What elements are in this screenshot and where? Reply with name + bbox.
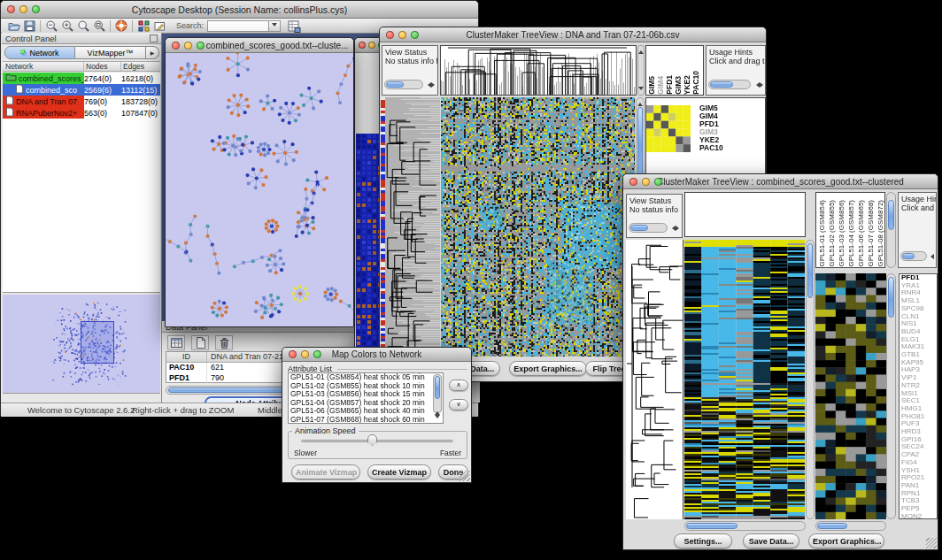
gene-label[interactable]: YRA1 [901, 282, 937, 290]
gene-label[interactable]: FIG4 [901, 459, 937, 467]
gene-label[interactable]: SPC98 [901, 305, 937, 313]
tv2-gene-dendrogram[interactable] [626, 240, 683, 519]
array-label[interactable]: GIM3 [675, 76, 683, 95]
tv1-array-dendrogram-pane[interactable] [440, 45, 637, 96]
tv1-status-scrollbar[interactable] [384, 80, 423, 89]
gene-label[interactable]: PFD1 [901, 274, 937, 282]
minimize-button[interactable] [184, 42, 192, 50]
gene-label[interactable]: PUF3 [901, 420, 937, 428]
tv1-button-1[interactable]: Export Graphics... [509, 361, 587, 376]
zoom-window-button[interactable] [313, 350, 321, 358]
network-overview-panel[interactable] [3, 295, 160, 394]
tv1-gene-dendrogram[interactable] [385, 97, 440, 357]
array-label[interactable]: GPL51-06 (GSM865) [857, 200, 865, 267]
gene-label[interactable]: MSL1 [901, 297, 937, 305]
array-label[interactable]: GIM5 [648, 76, 656, 95]
tab-network[interactable]: Network [4, 46, 75, 59]
array-label[interactable]: GPL51-02 (GSM855) [828, 200, 836, 267]
tv2-labels-vscrollbar[interactable] [886, 192, 896, 268]
tv2-hints-scrollbar[interactable] [900, 251, 927, 261]
gene-label[interactable]: PAN1 [901, 482, 937, 490]
resize-grip[interactable] [926, 538, 937, 548]
scroll-right-icon[interactable] [431, 82, 437, 88]
datapanel-new-doc-icon[interactable] [191, 335, 209, 350]
gene-label[interactable]: BUD4 [901, 328, 937, 336]
array-label[interactable]: GPL51-08 (GSM872) [876, 200, 884, 267]
table-row[interactable]: combined_sco2569(6)13112(15) [3, 84, 160, 96]
gene-label[interactable]: CPA2 [901, 451, 937, 459]
minimize-button[interactable] [642, 178, 650, 186]
toolbar-attribute-browser-icon[interactable] [286, 19, 302, 33]
minimize-button[interactable] [368, 42, 375, 49]
map-dialog-titlebar[interactable]: Map Colors to Network [282, 348, 471, 362]
table-row[interactable]: RNAPuberNov2+563(0)107847(0) [3, 107, 160, 119]
attribute-list-item[interactable]: GPL51-06 (GSM865) heat shock 40 min [289, 407, 443, 416]
scroll-left-icon[interactable] [669, 226, 676, 231]
tv2-heatmap-canvas[interactable] [684, 240, 805, 519]
toolbar-zoom-in-icon[interactable] [59, 19, 75, 33]
tv2-button-1[interactable]: Save Data... [743, 533, 799, 548]
scroll-right-icon[interactable] [760, 82, 766, 88]
close-button[interactable] [289, 350, 297, 358]
toolbar-zoom-selected-icon[interactable] [91, 19, 107, 33]
close-button[interactable] [172, 42, 180, 50]
gene-label[interactable]: GTB1 [901, 351, 937, 359]
tv1-top-scrollbar[interactable] [637, 45, 645, 96]
toolbar-help-icon[interactable] [113, 19, 129, 33]
close-button[interactable] [7, 5, 15, 13]
gene-label[interactable]: SEC1 [901, 397, 937, 405]
gene-label[interactable]: MSI1 [901, 390, 937, 398]
gene-label[interactable]: RPN1 [901, 490, 937, 498]
dialog-button-1[interactable]: Create Vizmap [367, 464, 431, 479]
overview-selection-rect[interactable] [81, 321, 114, 364]
zoom-window-button[interactable] [411, 31, 419, 39]
move-down-button[interactable]: ∨ [449, 399, 468, 410]
animation-slider-thumb[interactable] [367, 434, 377, 446]
close-button[interactable] [359, 42, 366, 49]
tv2-array-dendrogram-pane[interactable] [684, 192, 806, 237]
tv1-hints-scrollbar[interactable] [708, 80, 751, 89]
attribute-list-item[interactable]: GPL51-04 (GSM857) heat shock 20 min [289, 399, 443, 408]
array-label[interactable]: GPL51-01 (GSM854) [818, 200, 826, 267]
move-up-button[interactable]: ∧ [449, 380, 468, 391]
network-graph-canvas[interactable] [166, 53, 353, 326]
scroll-down-icon[interactable] [435, 415, 440, 421]
scroll-up-icon[interactable] [435, 409, 440, 415]
array-label[interactable]: PFD1 [666, 75, 674, 95]
attribute-list-item[interactable]: GPL51-02 (GSM855) heat shock 10 min [289, 382, 443, 391]
array-label[interactable]: GIM4 [657, 76, 665, 95]
attribute-list[interactable]: GPL51-01 (GSM854) heat shock 05 minGPL51… [288, 372, 444, 424]
gene-label[interactable]: MON2 [901, 513, 937, 519]
tv2-zoom-heatmap-canvas[interactable] [815, 273, 886, 519]
scroll-left-icon[interactable] [425, 82, 431, 88]
close-button[interactable] [386, 31, 394, 39]
gene-label[interactable]: VIP1 [901, 374, 937, 382]
toolbar-zoom-out-icon[interactable] [43, 19, 59, 33]
tv2-button-0[interactable]: Settings... [674, 533, 732, 548]
more-tabs-button[interactable]: ▶ [146, 46, 159, 59]
array-label[interactable]: YKE2 [683, 75, 691, 95]
table-row[interactable]: combined_scores_2764(0)16218(0) [3, 73, 160, 84]
datapanel-delete-icon[interactable] [215, 335, 233, 350]
gene-label[interactable]: PEP5 [901, 505, 937, 513]
tv2-heatmap-hscrollbar[interactable] [684, 521, 806, 531]
gene-label[interactable]: HRD3 [901, 428, 937, 436]
data-col-id[interactable]: ID [166, 352, 207, 362]
treeview1-titlebar[interactable]: ClusterMaker TreeView : DNA and Tran 07-… [380, 27, 766, 42]
attribute-list-item[interactable]: GPL51-07 (GSM868) heat shock 60 min [289, 416, 443, 424]
toolbar-network-overlay-icon[interactable] [135, 19, 151, 33]
gene-label[interactable]: KAP95 [901, 359, 937, 367]
minimize-button[interactable] [301, 350, 309, 358]
array-label[interactable]: GPL51-07 (GSM868) [867, 200, 875, 267]
array-label[interactable]: PAC10 [692, 71, 700, 95]
gene-label[interactable]: NTR2 [901, 382, 937, 390]
table-row[interactable]: DNA and Tran 07769(0)183728(0) [3, 96, 160, 107]
toolbar-open-icon[interactable] [5, 19, 21, 33]
tab-vizmapper[interactable]: VizMapper™ [75, 46, 146, 59]
gene-label[interactable]: HMG1 [901, 405, 937, 413]
scroll-left-icon[interactable] [928, 254, 934, 259]
gene-label[interactable]: NIS1 [901, 320, 937, 328]
tv1-zoom-matrix-canvas[interactable] [646, 105, 691, 152]
network-view-titlebar[interactable]: combined_scores_good.txt--cluste... [166, 38, 353, 53]
zoom-window-button[interactable] [197, 42, 205, 50]
